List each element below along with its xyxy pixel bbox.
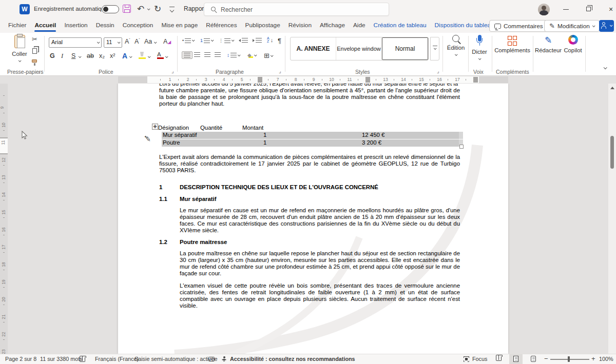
pilcrow-button[interactable]: ¶ bbox=[278, 37, 281, 45]
redo-button[interactable]: ↻ bbox=[152, 3, 163, 15]
align-center-button[interactable] bbox=[194, 52, 200, 57]
bullets-button[interactable]: • bbox=[182, 38, 194, 43]
vertical-scrollbar[interactable] bbox=[608, 84, 616, 354]
table-column-marker[interactable] bbox=[258, 77, 262, 83]
table-move-handle-icon[interactable]: ✚ bbox=[152, 124, 158, 130]
copy-icon[interactable] bbox=[32, 48, 37, 54]
highlight-button[interactable] bbox=[139, 52, 146, 59]
editing-mode-button[interactable]: ✎ Modification bbox=[544, 20, 600, 32]
styles-gallery-more-button[interactable] bbox=[430, 37, 439, 60]
text-effects-button[interactable]: A bbox=[122, 52, 127, 60]
tab-conception[interactable]: Conception bbox=[119, 18, 158, 33]
styles-dialog-launcher[interactable]: ⌟ bbox=[437, 68, 439, 74]
clear-formatting-button[interactable]: A◢ bbox=[163, 38, 171, 45]
search-input[interactable]: Rechercher bbox=[204, 3, 389, 16]
font-dialog-launcher[interactable]: ⌟ bbox=[171, 68, 174, 74]
strikethrough-button[interactable]: ab bbox=[87, 52, 94, 59]
table-row[interactable]: Poutre13 200 € bbox=[162, 139, 459, 147]
word-count[interactable]: 11 sur 3380 mots bbox=[40, 356, 83, 362]
horizontal-ruler[interactable]: 123456789101112131415161718 bbox=[0, 76, 616, 84]
sort-button[interactable]: AZ↓ bbox=[267, 37, 273, 43]
zoom-level[interactable]: 100% bbox=[599, 356, 613, 362]
numbering-button[interactable]: 1 bbox=[200, 38, 213, 43]
style-normal[interactable]: Normal bbox=[382, 37, 428, 60]
format-painter-icon[interactable] bbox=[32, 59, 37, 63]
table-column-marker[interactable] bbox=[473, 77, 478, 83]
accessibility-icon[interactable] bbox=[222, 356, 226, 362]
autocomplete-indicator[interactable]: Saisie semi-automatique : activée bbox=[134, 356, 217, 362]
decrease-indent-button[interactable] bbox=[239, 38, 248, 43]
quick-access-overflow-icon[interactable] bbox=[169, 7, 175, 11]
tab-insertion[interactable]: Insertion bbox=[60, 18, 91, 33]
avatar[interactable] bbox=[538, 4, 550, 15]
grow-font-button[interactable]: Aˆ bbox=[125, 38, 130, 45]
underline-button[interactable]: S bbox=[71, 52, 75, 59]
autocomplete-icon[interactable] bbox=[208, 357, 215, 361]
focus-icon[interactable] bbox=[464, 356, 469, 362]
vertical-ruler[interactable]: 9101112131415161718192021222324 bbox=[0, 84, 8, 354]
zoom-out-button[interactable]: − bbox=[544, 355, 548, 362]
subscript-button[interactable]: x₂ bbox=[99, 52, 105, 59]
align-left-button[interactable] bbox=[182, 51, 192, 59]
page-indicator[interactable]: Page 2 sur 8 bbox=[5, 356, 36, 362]
print-layout-button[interactable] bbox=[509, 354, 523, 364]
proofing-icon[interactable] bbox=[80, 357, 85, 362]
tab-disposition-du-tableau[interactable]: Disposition du tableau bbox=[431, 18, 498, 33]
table-resize-handle[interactable] bbox=[459, 145, 464, 149]
document-canvas[interactable]: Lors du premier accueil du 5 janvier 202… bbox=[0, 84, 616, 354]
underline-chevron-icon[interactable] bbox=[79, 55, 82, 58]
paragraph-dialog-launcher[interactable]: ⌟ bbox=[279, 68, 281, 74]
line-spacing-button[interactable]: ↕ bbox=[227, 52, 240, 58]
multilevel-list-button[interactable]: ⋮ bbox=[219, 38, 234, 43]
shading-button[interactable]: ◆ bbox=[247, 52, 256, 58]
web-layout-button[interactable] bbox=[527, 354, 540, 364]
restore-button[interactable] bbox=[577, 0, 600, 18]
highlight-chevron-icon[interactable] bbox=[148, 55, 151, 58]
read-mode-button[interactable] bbox=[492, 354, 505, 364]
italic-button[interactable]: I bbox=[61, 52, 63, 60]
font-color-button[interactable]: A bbox=[157, 51, 164, 59]
align-right-button[interactable] bbox=[204, 52, 210, 57]
font-name-select[interactable]: Arial bbox=[49, 37, 102, 48]
tab-dessin[interactable]: Dessin bbox=[92, 18, 119, 33]
scrollbar-thumb[interactable] bbox=[610, 136, 614, 169]
word-logo-icon[interactable]: W bbox=[20, 4, 30, 14]
style-annexe[interactable]: A. ANNEXE bbox=[291, 37, 336, 60]
language-indicator[interactable]: Français (France) bbox=[95, 356, 139, 362]
cut-icon[interactable]: ✂ bbox=[32, 36, 37, 43]
text-effects-chevron-icon[interactable] bbox=[129, 55, 132, 58]
font-color-chevron-icon[interactable] bbox=[165, 55, 168, 58]
clipboard-dialog-launcher[interactable]: ⌟ bbox=[38, 68, 41, 74]
editing-button[interactable]: Édition bbox=[445, 35, 467, 57]
collapse-ribbon-icon[interactable] bbox=[604, 66, 607, 69]
addins-button[interactable]: Compléments bbox=[494, 35, 531, 53]
tab-creation-de-tableau[interactable]: Création de tableau bbox=[370, 18, 431, 33]
focus-button[interactable]: Focus bbox=[472, 356, 487, 362]
scroll-up-icon[interactable] bbox=[610, 87, 614, 89]
table-column-marker[interactable] bbox=[365, 77, 370, 83]
comments-button[interactable]: Commentaires bbox=[489, 20, 548, 32]
borders-button[interactable]: ⊞ bbox=[264, 52, 273, 59]
undo-chevron-icon[interactable] bbox=[147, 7, 150, 10]
superscript-button[interactable]: x² bbox=[110, 52, 115, 59]
tab-publipostage[interactable]: Publipostage bbox=[241, 18, 284, 33]
increase-indent-button[interactable] bbox=[253, 38, 262, 43]
save-icon[interactable] bbox=[123, 5, 131, 13]
tab-aide[interactable]: Aide bbox=[349, 18, 370, 33]
editor-button[interactable]: ✎ Rédacteur bbox=[535, 35, 562, 53]
tab-fichier[interactable]: Fichier bbox=[4, 18, 30, 33]
tab-mise-en-page[interactable]: Mise en page bbox=[157, 18, 202, 33]
tab-revision[interactable]: Révision bbox=[284, 18, 316, 33]
minimize-button[interactable] bbox=[554, 0, 577, 18]
zoom-in-button[interactable]: + bbox=[591, 355, 595, 362]
align-justify-button[interactable] bbox=[215, 52, 221, 57]
style-envelope-window[interactable]: Envelope window bbox=[336, 37, 382, 60]
font-size-select[interactable]: 11 bbox=[104, 37, 122, 48]
paste-button[interactable]: Coller bbox=[8, 35, 31, 63]
shrink-font-button[interactable]: Aˇ bbox=[134, 38, 140, 45]
zoom-slider-thumb[interactable] bbox=[568, 356, 570, 362]
change-case-button[interactable]: Aa bbox=[144, 38, 156, 45]
accessibility-status[interactable]: Accessibilité : consultez nos recommanda… bbox=[230, 356, 355, 362]
zoom-slider[interactable] bbox=[550, 359, 589, 360]
dictate-button[interactable]: Dicter bbox=[468, 35, 491, 61]
